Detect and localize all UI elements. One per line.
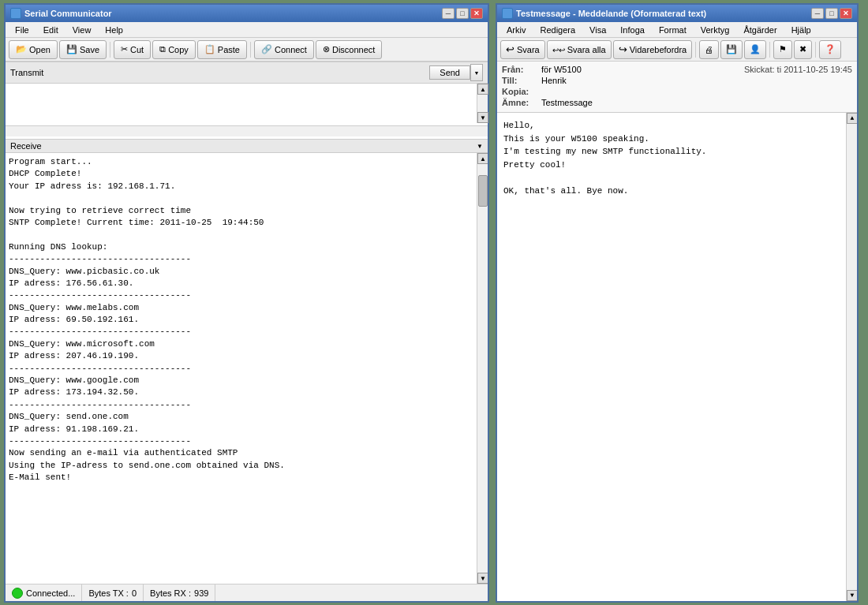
scroll-down-arrow[interactable]: ▼ bbox=[477, 112, 488, 123]
scroll-thumb[interactable] bbox=[478, 175, 488, 207]
connection-indicator bbox=[12, 588, 23, 599]
bytes-rx-label: Bytes RX : bbox=[150, 588, 191, 598]
email-menu-verktyg[interactable]: Verktyg bbox=[694, 24, 736, 36]
separator-1 bbox=[110, 42, 110, 58]
email-menu-hjalp[interactable]: Hjälp bbox=[785, 24, 817, 36]
menu-file[interactable]: File bbox=[9, 24, 36, 36]
email-scroll-up[interactable]: ▲ bbox=[847, 113, 857, 124]
bytes-tx-label: Bytes TX : bbox=[88, 588, 129, 598]
connect-button[interactable]: Connect bbox=[254, 40, 314, 59]
menu-edit[interactable]: Edit bbox=[37, 24, 65, 36]
transmit-label: Transmit bbox=[10, 68, 43, 77]
reply-button[interactable]: Svara bbox=[500, 40, 545, 59]
bytes-tx-value: 0 bbox=[132, 588, 137, 598]
open-icon bbox=[16, 44, 27, 54]
save-button[interactable]: Save bbox=[59, 40, 107, 59]
from-row: Från: för W5100 Skickat: ti 2011-10-25 1… bbox=[502, 65, 852, 74]
maximize-button[interactable]: □ bbox=[456, 8, 469, 19]
titlebar-left: Serial Communicator bbox=[10, 8, 112, 19]
subject-label: Ämne: bbox=[502, 98, 541, 107]
email-app-icon bbox=[502, 8, 513, 19]
email-toolbar: Svara Svara alla Vidarebefordra 💾 👤 ⚑ ✖ bbox=[497, 38, 857, 62]
connect-icon bbox=[261, 44, 272, 54]
paste-icon bbox=[204, 44, 215, 54]
email-menu-visa[interactable]: Visa bbox=[583, 24, 612, 36]
email-help-button[interactable]: ❓ bbox=[819, 40, 841, 59]
reply-icon bbox=[506, 43, 514, 55]
paste-button[interactable]: Paste bbox=[197, 40, 247, 59]
close-button[interactable]: ✕ bbox=[470, 8, 483, 19]
app-icon bbox=[10, 8, 21, 19]
email-scroll-down[interactable]: ▼ bbox=[847, 590, 857, 601]
email-maximize-button[interactable]: □ bbox=[825, 8, 838, 19]
email-minimize-button[interactable]: ─ bbox=[811, 8, 824, 19]
open-button[interactable]: Open bbox=[9, 40, 58, 59]
sent-label: Skickat: bbox=[744, 65, 775, 74]
connection-status: Connected... bbox=[26, 588, 75, 598]
email-titlebar: Testmessage - Meddelande (Oformaterad te… bbox=[497, 5, 857, 22]
chevron-down-icon bbox=[474, 69, 480, 77]
send-button[interactable]: Send bbox=[429, 65, 470, 80]
save-email-button[interactable]: 💾 bbox=[720, 40, 743, 59]
transmit-input[interactable] bbox=[6, 84, 488, 123]
menu-view[interactable]: View bbox=[66, 24, 98, 36]
scroll-up-arrow-receive[interactable]: ▲ bbox=[477, 153, 488, 164]
subject-value: Testmessage bbox=[541, 98, 852, 107]
from-label: Från: bbox=[502, 65, 541, 74]
paste-label: Paste bbox=[218, 45, 240, 54]
flag-icon: ⚑ bbox=[779, 44, 787, 54]
reply-all-icon bbox=[552, 45, 565, 54]
email-menu-bar: Arkiv Redigera Visa Infoga Format Verkty… bbox=[497, 22, 857, 38]
print-button[interactable] bbox=[699, 40, 719, 59]
minimize-button[interactable]: ─ bbox=[442, 8, 455, 19]
cut-button[interactable]: Cut bbox=[114, 40, 151, 59]
receive-text: Program start... DHCP Complete! Your IP … bbox=[6, 153, 477, 584]
email-menu-atgarder[interactable]: Åtgärder bbox=[737, 24, 783, 36]
horizontal-scrollbar[interactable] bbox=[6, 125, 488, 136]
email-separator-1 bbox=[695, 42, 696, 58]
scroll-up-arrow[interactable]: ▲ bbox=[477, 84, 488, 95]
send-dropdown-button[interactable] bbox=[470, 64, 483, 81]
address-button[interactable]: 👤 bbox=[744, 40, 766, 59]
receive-dropdown-icon[interactable]: ▼ bbox=[477, 143, 483, 150]
transmit-scrollbar[interactable]: ▲ ▼ bbox=[477, 84, 488, 123]
to-row: Till: Henrik bbox=[502, 76, 852, 85]
serial-window-title: Serial Communicator bbox=[24, 9, 112, 18]
receive-section-header: Receive ▼ bbox=[6, 139, 488, 153]
scroll-down-arrow-receive[interactable]: ▼ bbox=[477, 573, 488, 584]
copy-label: Copy bbox=[168, 45, 189, 54]
email-menu-format[interactable]: Format bbox=[653, 24, 693, 36]
replyall-label: Svara alla bbox=[567, 45, 606, 54]
email-separator-2 bbox=[769, 42, 770, 58]
reply-all-button[interactable]: Svara alla bbox=[547, 40, 612, 59]
cut-label: Cut bbox=[130, 45, 144, 54]
menu-help[interactable]: Help bbox=[99, 24, 129, 36]
email-body: Hello, This is your W5100 speaking. I'm … bbox=[497, 113, 857, 601]
email-close-button[interactable]: ✕ bbox=[840, 8, 852, 19]
email-menu-arkiv[interactable]: Arkiv bbox=[500, 24, 532, 36]
email-menu-redigera[interactable]: Redigera bbox=[533, 24, 582, 36]
cc-label: Kopia: bbox=[502, 87, 541, 96]
receive-scrollbar-vertical[interactable]: ▲ ▼ bbox=[477, 153, 488, 584]
from-value: för W5100 bbox=[541, 65, 744, 74]
serial-toolbar: Open Save Cut Copy Paste Connect Disconn… bbox=[6, 38, 488, 62]
save-icon bbox=[66, 44, 77, 54]
disconnect-button[interactable]: Disconnect bbox=[316, 40, 382, 59]
flag-button[interactable]: ⚑ bbox=[773, 40, 792, 59]
email-menu-infoga[interactable]: Infoga bbox=[614, 24, 651, 36]
connect-label: Connect bbox=[275, 45, 307, 54]
email-body-text: Hello, This is your W5100 speaking. I'm … bbox=[503, 119, 851, 197]
delete-email-button[interactable]: ✖ bbox=[794, 40, 812, 59]
disconnect-label: Disconnect bbox=[332, 45, 375, 54]
subject-row: Ämne: Testmessage bbox=[502, 98, 852, 107]
forward-button[interactable]: Vidarebefordra bbox=[613, 40, 693, 59]
to-label: Till: bbox=[502, 76, 541, 85]
copy-button[interactable]: Copy bbox=[152, 40, 196, 59]
sent-value: ti 2011-10-25 19:45 bbox=[777, 65, 852, 74]
copy-icon bbox=[159, 44, 166, 54]
cc-row: Kopia: bbox=[502, 87, 852, 96]
status-bar: Connected... Bytes TX : 0 Bytes RX : 939 bbox=[6, 584, 488, 601]
email-body-scrollbar[interactable]: ▲ ▼ bbox=[846, 113, 857, 601]
send-area: Send bbox=[429, 64, 483, 81]
address-icon: 👤 bbox=[750, 44, 761, 54]
